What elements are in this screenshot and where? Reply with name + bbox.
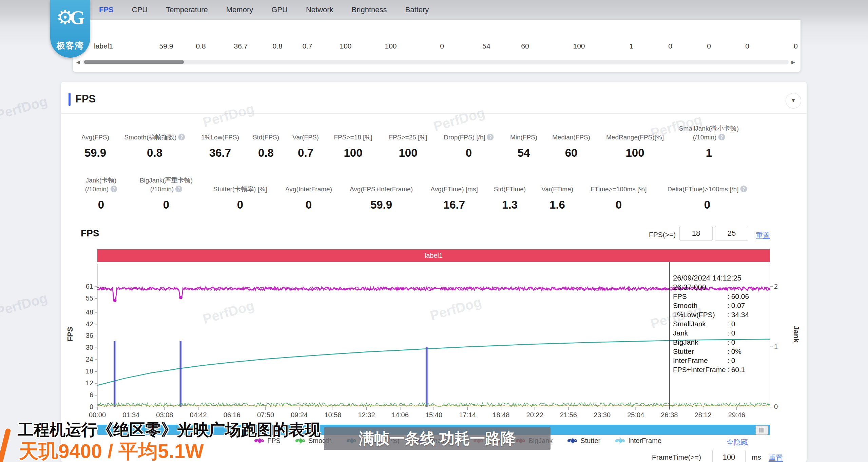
fps-panel: FPS ▼ Avg(FPS)59.9Smooth(稳帧指数)?0.81%Low(… [61,82,807,462]
stat-medrange-fps-%-: MedRange(FPS)[%]100 [606,133,664,159]
stat-std-fps-: Std(FPS)0.8 [253,133,279,159]
help-icon[interactable]: ? [175,186,182,192]
scrollbar-thumb[interactable] [84,60,184,64]
stat-label: BigJank(严重卡顿) [140,176,193,185]
fps-min-input[interactable] [679,226,713,241]
frametime-reset-link[interactable]: 重置 [769,453,783,462]
stat-label: Avg(InterFrame) [285,185,332,194]
frametime-input[interactable] [712,450,746,462]
left-axis-title: FPS [66,327,75,342]
y-axis-tick-label: 55 [86,294,93,302]
help-icon[interactable]: ? [110,186,117,192]
tab-network[interactable]: Network [306,5,333,14]
stat-value: 100 [389,147,427,159]
tooltip-row-value: : 0.07 [727,301,745,310]
stat-value: 0 [85,198,117,211]
stat-value: 0.8 [124,147,185,159]
y-axis-tick-label: 18 [86,367,93,375]
scroll-left-icon[interactable]: ◀ [76,59,80,65]
stat-label-line2: (/10min)? [679,133,739,142]
table-cell-value: 1 [629,42,633,50]
table-cell-value: 0 [794,42,798,50]
tooltip-row: Jank: 0 [673,328,775,338]
legend-label: InterFrame [628,437,661,445]
legend-marker-icon [567,439,577,442]
tooltip-row-label: Jank [673,328,727,338]
horizontal-scrollbar[interactable] [82,60,789,64]
table-cell-value: 0.8 [272,42,282,50]
video-subheadline: 天玑9400 / 平均5.1W [19,438,204,462]
tooltip-row: Stutter: 0% [673,347,775,356]
stat-value: 0.7 [292,147,319,159]
summary-table-card: ✓ label1 59.90.836.70.80.710010005460100… [73,20,801,72]
stat-value: 59.9 [350,198,413,211]
x-axis-tick-label: 09:24 [291,411,308,419]
stat-label: FPS>=18 [%] [334,133,372,142]
nav-tabs: FPSCPUTemperatureMemoryGPUNetworkBrightn… [99,0,429,20]
orange-slash-graphic [0,428,11,462]
tab-memory[interactable]: Memory [226,5,253,14]
stat-label: SmallJank(微小卡顿) [679,124,739,133]
fps-filter-label: FPS(>=) [649,231,676,239]
fps-max-input[interactable] [715,226,748,241]
legend-item-interframe[interactable]: InterFrame [615,437,661,445]
help-icon[interactable]: ? [487,134,494,140]
series-header-bar[interactable]: label1 [97,249,770,262]
slider-grip[interactable] [755,425,768,435]
table-cell-value: 59.9 [159,42,173,50]
table-cell-value: 54 [482,42,490,50]
hide-all-link[interactable]: 全隐藏 [727,438,748,447]
legend-marker-icon [615,439,625,442]
stat-label: Jank(卡顿) [85,176,117,185]
x-axis-tick-label: 01:34 [122,411,139,419]
table-cell-value: 0 [668,42,672,50]
stat-smalljank-: SmallJank(微小卡顿)(/10min)?1 [679,124,739,159]
tooltip-row-label: 1%Low(FPS) [673,310,727,319]
tooltip-row-label: FPS+InterFrame [673,365,727,374]
tooltip-row-label: InterFrame [673,356,727,365]
tooltip-row-value: : 0 [727,319,735,328]
tab-gpu[interactable]: GPU [271,5,288,14]
tab-battery[interactable]: Battery [405,5,429,14]
tooltip-row-label: SmallJank [673,319,727,328]
table-cell-value: 0 [440,42,444,50]
stat-value: 36.7 [201,147,239,159]
fps-filter-reset-link[interactable]: 重置 [756,231,770,240]
legend-item-stutter[interactable]: Stutter [567,437,600,445]
stat-label: Min(FPS) [510,133,537,142]
stat-median-fps-: Median(FPS)60 [552,133,590,159]
stat-label: FPS>=25 [%] [389,133,427,142]
perfdog-watermark: PerfDog [0,290,49,319]
x-axis-tick-label: 00:00 [89,411,106,419]
stat-value: 1.6 [541,198,573,211]
table-cell-value: 100 [385,42,397,50]
y-axis-tick-label: 42 [86,320,93,328]
tooltip-row-value: : 0% [727,347,741,356]
stat-avg-ftime-ms-: Avg(FTime) [ms]16.7 [430,185,478,211]
tooltip-row: BigJank: 0 [673,338,775,347]
stat-value: 0 [591,198,647,211]
tab-brightness[interactable]: Brightness [352,5,387,14]
y-axis-tick-label: 48 [86,308,93,316]
collapse-button[interactable]: ▼ [786,93,801,109]
stat-label: Smooth(稳帧指数)? [124,133,185,142]
stat-value: 0 [213,198,267,211]
help-icon[interactable]: ? [740,186,747,192]
tooltip-date: 26/09/2024 14:12:25 [673,273,775,283]
stat-label: Std(FTime) [494,185,526,194]
y-axis-tick-label: 24 [86,355,93,363]
stat-smooth-: Smooth(稳帧指数)?0.8 [124,133,185,159]
help-icon[interactable]: ? [178,134,185,140]
scroll-right-icon[interactable]: ▶ [791,59,795,65]
table-cell-value: 0 [707,42,711,50]
stat-avg-fps-: Avg(FPS)59.9 [81,133,109,159]
x-axis-tick-label: 23:30 [594,411,611,419]
stat-label: Avg(FPS+InterFrame) [350,185,413,194]
tab-temperature[interactable]: Temperature [166,5,208,14]
tab-cpu[interactable]: CPU [132,5,148,14]
help-icon[interactable]: ? [718,134,725,140]
stat-fps-25-%-: FPS>=25 [%]100 [389,133,427,159]
stat-label: Stutter(卡顿率) [%] [213,185,267,194]
tab-fps[interactable]: FPS [99,5,114,14]
stat-label-line2: (/10min)? [140,185,193,194]
